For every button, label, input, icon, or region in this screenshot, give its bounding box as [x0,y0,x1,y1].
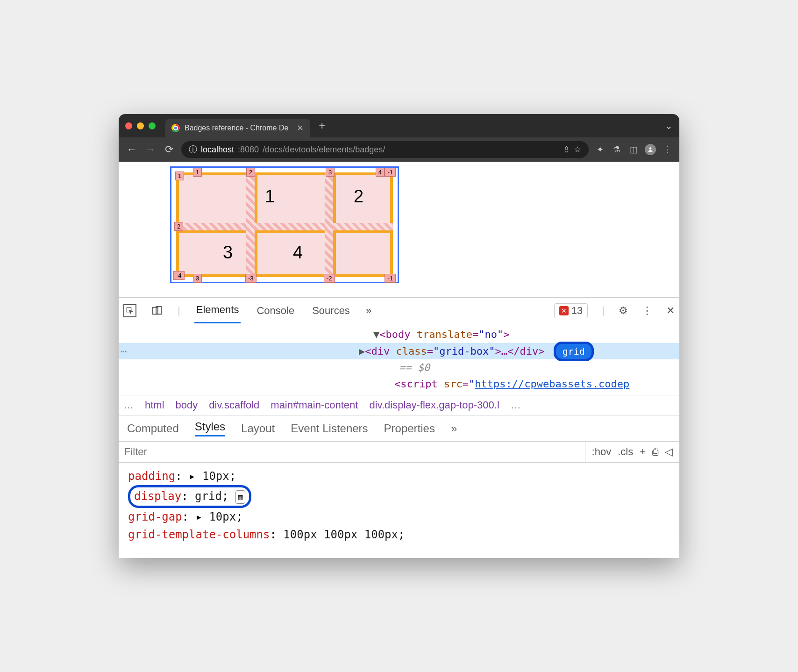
styles-filter-row: :hov .cls + ⎙ ◁ [119,441,679,463]
grid-label: -1 [385,274,396,283]
panel-toggle-icon[interactable]: ◁ [665,446,673,458]
css-decl-grid-template-columns[interactable]: grid-template-columns: 100px 100px 100px… [128,526,670,543]
css-rules: padding: ▸ 10px; display: grid; ▦ grid-g… [119,463,679,558]
crumb-ellipsis[interactable]: … [123,399,134,411]
titlebar: Badges reference - Chrome De ✕ + ⌄ [119,114,679,137]
grid-label: 3 [193,274,202,283]
grid-label: 1 [193,168,202,177]
browser-toolbar: ← → ⟳ ⓘ localhost:8080/docs/devtools/ele… [119,137,679,162]
crumb-flex[interactable]: div.display-flex.gap-top-300.l [369,399,499,411]
bookmark-icon[interactable]: ☆ [574,144,581,155]
share-icon[interactable]: ⇪ [563,144,570,155]
svg-point-0 [649,148,652,150]
dom-selection-marker: == $0 [119,359,679,376]
browser-window: Badges reference - Chrome De ✕ + ⌄ ← → ⟳… [119,114,679,558]
crumb-html[interactable]: html [145,399,164,411]
settings-icon[interactable]: ⚙ [619,305,628,317]
tab-styles[interactable]: Styles [195,420,225,436]
hov-toggle[interactable]: :hov [592,446,612,458]
extensions-icon[interactable]: ✦ [594,144,606,155]
back-button[interactable]: ← [125,143,138,156]
menu-icon[interactable]: ⋮ [662,144,673,155]
grid-editor-icon[interactable]: ▦ [235,490,246,504]
grid-cell-2: 2 [354,186,363,207]
tab-computed[interactable]: Computed [127,422,179,435]
dom-breadcrumb: … html body div.scaffold main#main-conte… [119,395,679,415]
profile-avatar[interactable] [645,144,656,155]
forward-button[interactable]: → [144,143,157,156]
script-src-link[interactable]: https://cpwebassets.codep [475,378,629,390]
grid-label: 1 [175,172,184,180]
url-host: localhost [201,145,234,155]
grid-label: 4 [376,168,385,177]
paint-icon[interactable]: ⎙ [652,446,658,458]
close-window-button[interactable] [125,122,132,129]
grid-badge[interactable]: grid [554,342,594,361]
error-count-badge[interactable]: ✕ 13 [554,303,588,318]
address-bar[interactable]: ⓘ localhost:8080/docs/devtools/elements/… [181,141,589,158]
ellipsis-icon: ⋯ [121,343,149,359]
css-decl-grid-gap[interactable]: grid-gap: ▸ 10px; [128,508,670,526]
dom-tree: ▼<body translate="no"> ⋯ ▶<div class="gr… [119,323,679,395]
grid-cell-4: 4 [293,243,303,263]
inspect-icon[interactable] [123,304,136,317]
close-tab-icon[interactable]: ✕ [297,123,304,133]
tab-properties[interactable]: Properties [384,422,435,435]
grid-overlay: 1 2 3 4 1 1 2 3 4 -1 2 -4 3 -3 -2 -1 [170,166,399,283]
tab-layout[interactable]: Layout [241,422,275,435]
tabs-chevron-icon[interactable]: ⌄ [665,120,673,131]
page-viewport: 1 2 3 4 1 1 2 3 4 -1 2 -4 3 -3 -2 -1 [119,162,679,297]
url-port: :8080 [238,145,259,155]
more-tabs-icon[interactable]: » [366,305,371,317]
grid-cell-1: 1 [265,186,275,207]
dom-body-node[interactable]: ▼<body translate="no"> [119,326,679,343]
minimize-window-button[interactable] [137,122,144,129]
new-rule-icon[interactable]: + [640,446,646,458]
chrome-icon [171,124,180,132]
devtools-tabbar: | Elements Console Sources » ✕ 13 | ⚙ ⋮ … [119,297,679,323]
panel-icon[interactable]: ◫ [628,144,639,155]
error-icon: ✕ [559,306,569,315]
error-count: 13 [571,305,583,317]
more-styles-tabs-icon[interactable]: » [451,422,457,435]
grid-label: 2 [246,168,255,177]
tab-sources[interactable]: Sources [310,298,352,323]
browser-tab[interactable]: Badges reference - Chrome De ✕ [165,119,310,137]
info-icon: ⓘ [189,144,197,155]
close-devtools-icon[interactable]: ✕ [666,305,675,317]
grid-label: 2 [174,222,183,231]
crumb-body[interactable]: body [176,399,198,411]
kebab-menu-icon[interactable]: ⋮ [642,305,652,317]
styles-tabbar: Computed Styles Layout Event Listeners P… [119,415,679,441]
grid-label: -1 [385,168,396,177]
grid-label: -2 [324,274,335,283]
styles-filter-input[interactable] [119,446,585,458]
grid-cell-3: 3 [223,243,233,263]
svg-rect-2 [153,307,158,315]
tab-elements[interactable]: Elements [194,298,241,323]
tab-console[interactable]: Console [255,298,296,323]
maximize-window-button[interactable] [149,122,156,129]
url-path: /docs/devtools/elements/badges/ [263,145,385,155]
tab-title: Badges reference - Chrome De [185,124,288,132]
reload-button[interactable]: ⟳ [163,143,176,156]
dom-selected-node[interactable]: ⋯ ▶<div class="grid-box">…</div> grid [119,343,679,359]
window-controls [125,122,156,129]
grid-label: -3 [245,274,256,283]
tab-event-listeners[interactable]: Event Listeners [291,422,368,435]
dom-script-node[interactable]: <script src="https://cpwebassets.codep [119,376,679,392]
grid-label: 3 [326,168,335,177]
device-toggle-icon[interactable] [150,304,164,317]
css-decl-padding[interactable]: padding: ▸ 10px; [128,467,670,485]
labs-icon[interactable]: ⚗ [611,144,622,155]
crumb-main[interactable]: main#main-content [271,399,358,411]
new-tab-button[interactable]: + [319,119,325,132]
crumb-scaffold[interactable]: div.scaffold [209,399,259,411]
css-decl-display[interactable]: display: grid; ▦ [128,485,670,508]
grid-label: -4 [173,271,185,280]
crumb-ellipsis-end[interactable]: … [511,399,521,411]
cls-toggle[interactable]: .cls [618,446,633,458]
